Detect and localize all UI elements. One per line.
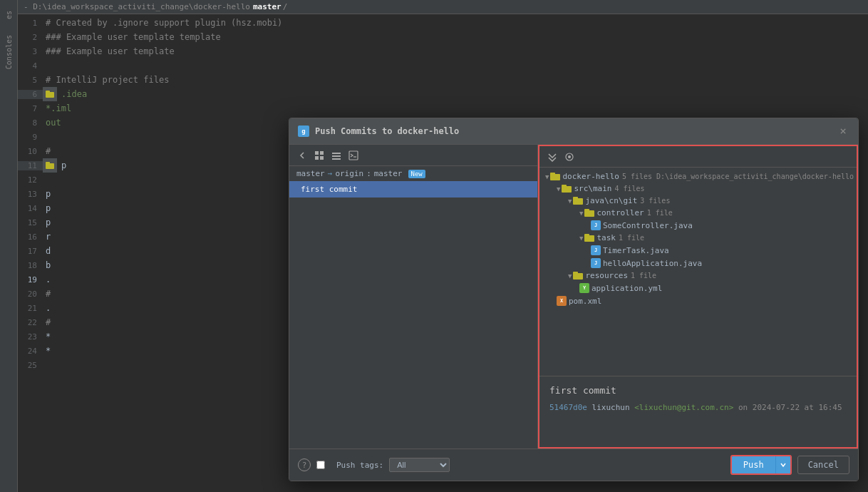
svg-rect-15 (550, 173, 555, 175)
line-10: # (43, 146, 51, 156)
svg-rect-1 (46, 91, 50, 93)
line-13: p (43, 189, 51, 199)
tree-count-controller: 1 file (647, 209, 673, 217)
chevron-down-icon: ▼ (568, 198, 572, 205)
filetree-settings[interactable] (562, 150, 577, 164)
commit-hash: 51467d0e (549, 403, 587, 412)
svg-rect-3 (46, 162, 50, 165)
line-num-22: 22 (18, 318, 43, 327)
push-tags-label: Push tags: (336, 461, 383, 470)
dialog-body: master → origin : master New first commi… (289, 145, 858, 449)
line-num-4: 4 (18, 61, 43, 71)
toolbar-btn-grid[interactable] (312, 148, 326, 163)
svg-rect-21 (584, 209, 589, 212)
push-button-group: Push (730, 455, 792, 475)
tree-item-timertask[interactable]: J TimerTask.java (539, 244, 857, 257)
cancel-button[interactable]: Cancel (797, 456, 849, 474)
toolbar-btn-terminal[interactable] (346, 148, 361, 163)
tree-item-application-yml[interactable]: Y application.yml (539, 282, 857, 294)
close-button[interactable]: × (837, 124, 849, 138)
line-6: .idea (58, 89, 87, 99)
line-num-20: 20 (18, 289, 43, 299)
push-tags-select[interactable]: All Annotated None (389, 458, 450, 472)
line-num-2: 2 (18, 33, 43, 42)
svg-rect-8 (332, 153, 341, 154)
chevron-down-icon (780, 462, 786, 468)
commits-toolbar (289, 145, 537, 166)
line-num-3: 3 (18, 47, 43, 56)
chevron-down-icon: ▼ (579, 210, 583, 217)
folder-icon (584, 209, 594, 217)
svg-rect-4 (315, 151, 319, 155)
svg-point-13 (568, 155, 571, 158)
chevron-down-icon: ▼ (568, 272, 572, 280)
line-num-10: 10 (18, 147, 43, 156)
svg-rect-5 (320, 151, 324, 155)
svg-rect-9 (332, 155, 341, 157)
line-num-8: 8 (18, 118, 43, 128)
line-num-7: 7 (18, 104, 43, 113)
line-num-6: 6 (18, 90, 43, 99)
breadcrumb-separator: / (283, 2, 288, 11)
dialog-title: g Push Commits to docker-hello (298, 125, 459, 137)
tree-node-controller: controller (596, 208, 644, 217)
toolbar-btn-view[interactable] (329, 148, 343, 163)
svg-rect-6 (315, 156, 319, 160)
chevron-down-icon: ▼ (579, 235, 583, 242)
commit-message: first commit (549, 385, 847, 396)
breadcrumb-branch: master (253, 2, 281, 11)
tree-count-resources: 1 file (631, 272, 656, 280)
tree-node-application-yml: application.yml (591, 284, 662, 293)
filetree-expand-all[interactable] (545, 150, 559, 164)
branch-arrow: → (328, 169, 333, 178)
line-num-1: 1 (18, 19, 43, 28)
push-dropdown-button[interactable] (775, 456, 790, 473)
branch-badge-new: New (408, 170, 425, 178)
push-dialog: g Push Commits to docker-hello × (289, 118, 859, 481)
tree-item-helloapplication[interactable]: J helloApplication.java (539, 257, 857, 270)
branch-target: master (374, 169, 403, 178)
chevron-down-icon: ▼ (557, 185, 560, 193)
line-num-19: 19 (18, 275, 43, 285)
commits-panel: master → origin : master New first commi… (289, 145, 538, 449)
folder-icon (550, 173, 560, 181)
tree-node-java-cn-git: java\cn\git (585, 196, 637, 205)
toolbar-btn-back[interactable] (295, 148, 309, 163)
tree-item-pom-xml[interactable]: X pom.xml (539, 294, 857, 307)
dialog-footer: ? Push tags: All Annotated None Push Can… (289, 449, 858, 481)
tree-item-somecontroller[interactable]: J SomeController.java (539, 219, 857, 232)
java-file-icon: J (591, 245, 601, 255)
branch-separator: : (366, 169, 371, 178)
git-icon: g (298, 125, 309, 137)
line-num-25: 25 (18, 361, 43, 370)
line-num-18: 18 (18, 261, 43, 270)
xml-file-icon: X (557, 296, 567, 306)
breadcrumb-path: - D:\idea_workspace_activiti_change\dock… (24, 2, 250, 11)
tree-item-resources[interactable]: ▼ resources 1 file (539, 270, 857, 282)
tree-node-timertask: TimerTask.java (603, 246, 669, 255)
line-num-14: 14 (18, 204, 43, 213)
tree-item-controller[interactable]: ▼ controller 1 file (539, 207, 857, 219)
line-5: # IntelliJ project files (43, 75, 169, 85)
line-num-5: 5 (18, 76, 43, 85)
svg-rect-19 (573, 197, 578, 200)
filetree-content: ▼ docker-hello 5 files D:\idea_workspace… (539, 168, 857, 376)
svg-rect-25 (573, 272, 578, 275)
svg-rect-17 (562, 185, 567, 188)
tree-node-resources: resources (585, 271, 628, 280)
tree-item-root[interactable]: ▼ docker-hello 5 files D:\idea_workspace… (539, 170, 857, 183)
commit-info-section: first commit 51467d0e lixuchun <lixuchun… (539, 376, 857, 447)
breadcrumb: - D:\idea_workspace_activiti_change\dock… (18, 0, 868, 14)
help-button[interactable]: ? (298, 458, 311, 471)
svg-rect-10 (332, 158, 341, 160)
commit-item[interactable]: first commit (289, 181, 537, 198)
tree-item-src-main[interactable]: ▼ src\main 4 files (539, 183, 857, 195)
push-button[interactable]: Push (732, 456, 775, 473)
folder-icon (573, 272, 583, 280)
line-23: * (43, 332, 51, 342)
tree-item-java-cn-git[interactable]: ▼ java\cn\git 3 files (539, 195, 857, 207)
push-tags-checkbox[interactable] (316, 461, 325, 469)
tree-item-task[interactable]: ▼ task 1 file (539, 232, 857, 244)
folder-icon (573, 197, 583, 205)
filetree-panel: ▼ docker-hello 5 files D:\idea_workspace… (538, 145, 858, 449)
